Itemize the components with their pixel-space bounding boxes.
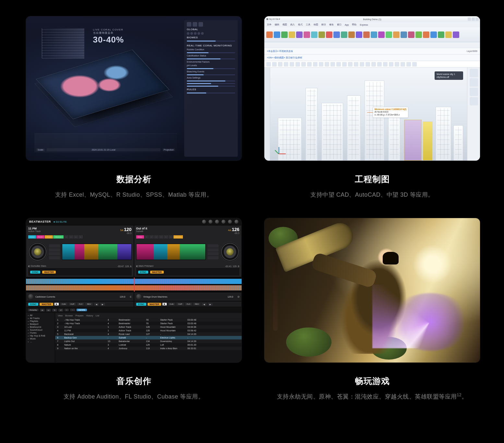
table-row: 1- Hip Hop Track4Beatmaster78Starter Pac…: [55, 318, 242, 322]
deckA-waveform: [62, 244, 132, 260]
cad-app-icon: ▦ bq cn Ga ▾: [266, 18, 280, 20]
transport-button: ▶: [100, 303, 105, 306]
game-vfx-slash: [372, 285, 467, 348]
callout-line3: x:-49.85,y:-7.572e+004 z: [375, 114, 400, 116]
card-title: 畅玩游戏: [355, 375, 390, 387]
trackA-name: Domulike Stars: [31, 265, 46, 267]
toolbar-button-icon: [325, 62, 329, 67]
viz-headline-sub: 当前珊瑚覆盖率: [93, 31, 124, 35]
toolbar-button-icon: [366, 62, 370, 67]
deckC-bpm: 129.0: [120, 296, 126, 298]
tree-item: SoundCloud: [28, 329, 53, 331]
dj-top-bar: BEATMASTER ● DJ ELITE: [26, 218, 242, 225]
transport-button: CUP: [176, 303, 184, 305]
transport-button: FLX: [77, 303, 84, 305]
cad-breadcrumb2: «ON» «新的视图» 显示细节/边界框: [267, 56, 302, 59]
cad-3d-viewport: Minimum value f:1838010 N(f) At Node:642…: [270, 68, 467, 161]
dj-track-rows: 1- Hip Hop Track4Beatmaster78Starter Pac…: [55, 318, 242, 363]
toolbar-button-icon: [348, 62, 353, 67]
viz-side-panel: GLOBAL BIOMES REAL-TIME CORAL MONITORING…: [184, 20, 238, 157]
dj-deck-b: Out of it Subwill 4A 126 -06.5 Intro----…: [134, 225, 242, 277]
window-controls-icon: [468, 18, 479, 21]
cad-menu-item: Express: [360, 24, 368, 26]
play-icon: ▶: [162, 303, 167, 305]
dj-brand: BEATMASTER: [29, 220, 51, 223]
toolbar-button-icon: [301, 62, 306, 67]
ribbon-tool-icon: [378, 31, 385, 38]
cad-breadcrumb-bar2: «ON» «新的视图» 显示细节/边界框: [264, 55, 480, 61]
viz-row-calcif: Calcification Status: [187, 55, 235, 57]
dj-browser-tabs: ViewBrowsePrepareHistoryList: [55, 313, 242, 318]
cad-menu-item: App: [345, 24, 349, 26]
trackB-time: -01:41: [225, 265, 232, 267]
tree-item: Beatsource: [28, 326, 53, 328]
table-row: 5Backseat4Rosie road127-04:14:20: [55, 332, 242, 336]
mini-jog-icon: [136, 294, 141, 299]
ribbon-tool-icon: [356, 31, 362, 38]
cad-scene-panel: World scene city 1 cityDemo.off: [435, 71, 463, 80]
toolbar-button-icon: [319, 62, 323, 67]
dj-browser: AllAll TracksPlaylistsBeatportBeatsource…: [26, 313, 242, 363]
cad-menu-item: 工具: [306, 23, 310, 26]
toolbar-button-icon: [371, 62, 376, 67]
master-badge: MASTER: [150, 271, 164, 274]
ribbon-tool-icon: [341, 31, 347, 38]
toolbar-button-icon: [401, 62, 405, 67]
footnote-marker: 12: [457, 393, 462, 397]
browser-tab: Prepare: [75, 314, 83, 317]
knob-icon: [215, 220, 219, 224]
feature-grid: LIVE CORAL COVER 当前珊瑚覆盖率 30-40% Scale 20…: [0, 0, 504, 420]
ribbon-tool-icon: [274, 31, 280, 38]
card-subtitle: 支持 Adobe Audition、FL Studio、Cubase 等应用。: [64, 393, 204, 400]
cue-tab: -: [169, 235, 174, 239]
tree-item: All Tracks: [28, 317, 53, 319]
genre-chip: GENRE: [77, 309, 87, 311]
deckA-key: 5A: [120, 229, 123, 232]
ribbon-tool-icon: [438, 31, 444, 38]
toolbar-button-icon: [336, 62, 341, 67]
cad-title-text: Building Demo (1): [363, 18, 381, 20]
cad-breadcrumb-bar: «单击显示» 环境相关选项 Layer0000: [264, 48, 480, 55]
tree-item: Beatport: [28, 323, 53, 325]
toolbar-button-icon: [406, 62, 411, 67]
toolbar-button-icon: [354, 62, 358, 67]
transport-button: REV: [193, 303, 200, 305]
knob-icon: [222, 220, 225, 224]
card-music-production: BEATMASTER ● DJ ELITE 11 PM Action Track: [26, 218, 242, 400]
cad-menu-item: 插入: [290, 23, 295, 26]
cad-menu-item: 格式: [298, 23, 303, 26]
viz-panel-global: GLOBAL: [187, 28, 235, 31]
viz-row-env: Environmental Factors: [187, 61, 235, 63]
dj-foot-b: SYNC MASTER ▶ CUECUPFLXREV◀▶: [134, 301, 242, 307]
cue-tab: Intro: [136, 235, 144, 239]
transport-button: FLX: [185, 303, 192, 305]
tree-item: All: [28, 314, 53, 316]
cad-body: Minimum value f:1838010 N(f) At Node:642…: [264, 68, 480, 161]
ribbon-tool-icon: [348, 31, 355, 38]
ribbon-tool-icon: [311, 31, 318, 38]
viz-panel-biome-bar: [187, 41, 235, 42]
cue-tab: -: [64, 235, 69, 239]
ribbon-tool-icon: [386, 31, 392, 38]
ribbon-tool-icon: [371, 31, 377, 38]
transport-button: REV: [85, 303, 92, 305]
trackA-time: -03:47: [117, 265, 124, 267]
viz-row-ph: pH Levels: [187, 64, 235, 67]
cue-tab: -: [74, 235, 78, 239]
card-subtitle: 支持永劫无间、原神、苍翼：混沌效应、穿越火线、英雄联盟等应用12。: [277, 393, 468, 400]
tree-item: Hip Hop & RnB: [28, 335, 53, 337]
deckA-bpm: 120: [124, 227, 131, 232]
deckC-letter: C: [130, 296, 131, 298]
trackA-deck: A: [130, 265, 132, 267]
cue-tab: Drop: [45, 235, 53, 239]
deckA-gain: -06.5: [120, 232, 132, 234]
cad-subtoolbar: [264, 42, 480, 48]
jog-wheel-icon: [221, 242, 239, 261]
table-row: 411 PM1Action Track120Hood Mountain03:58…: [55, 329, 242, 332]
toolbar-button-icon: [377, 62, 382, 67]
toolbar-button-icon: [383, 62, 388, 67]
ribbon-tool-icon: [281, 31, 288, 38]
viz-footer-projection: Projection: [162, 148, 175, 151]
thumbnail-cad: ▦ bq cn Ga ▾ Building Demo (1) 文件编辑视图插入格…: [264, 16, 480, 161]
deckA-cue-tabs: IntroBuildDropMelody----: [28, 235, 132, 239]
